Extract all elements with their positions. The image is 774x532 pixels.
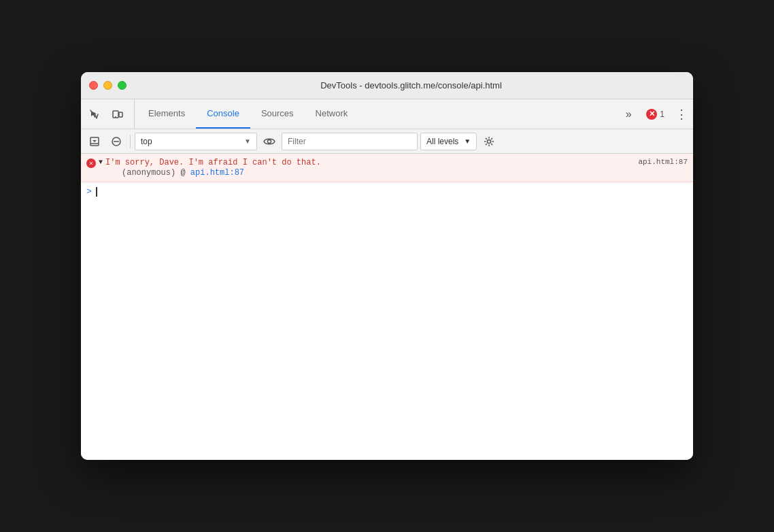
filter-input[interactable] bbox=[282, 133, 418, 150]
settings-button[interactable] bbox=[479, 132, 499, 151]
clear-console-button[interactable] bbox=[107, 132, 126, 151]
console-error-row: ✕ ▼ I'm sorry, Dave. I'm afraid I can't … bbox=[81, 154, 693, 182]
error-count: 1 bbox=[660, 110, 664, 119]
more-options-button[interactable]: ⋮ bbox=[671, 105, 690, 124]
context-selector[interactable]: top ▼ bbox=[135, 133, 257, 150]
tab-bar: Elements Console Sources Network » ✕ 1 ⋮ bbox=[81, 99, 693, 129]
device-toolbar-button[interactable] bbox=[107, 103, 129, 125]
traffic-lights bbox=[89, 81, 127, 90]
context-value: top bbox=[141, 137, 152, 146]
stack-prefix: (anonymous) @ bbox=[122, 168, 190, 178]
console-input-row: > bbox=[81, 182, 693, 201]
levels-value: All levels bbox=[426, 137, 458, 146]
error-main-line: ✕ ▼ I'm sorry, Dave. I'm afraid I can't … bbox=[86, 158, 688, 168]
error-count-icon: ✕ bbox=[646, 109, 657, 120]
close-button[interactable] bbox=[89, 81, 98, 90]
tab-elements[interactable]: Elements bbox=[137, 99, 196, 129]
tab-bar-right: » ✕ 1 ⋮ bbox=[618, 99, 690, 129]
tab-sources[interactable]: Sources bbox=[250, 99, 305, 129]
error-left: ✕ ▼ I'm sorry, Dave. I'm afraid I can't … bbox=[86, 158, 321, 168]
error-badge: ✕ 1 bbox=[642, 109, 669, 120]
inspect-element-button[interactable] bbox=[84, 103, 105, 125]
devtools-window: DevTools - devtools.glitch.me/console/ap… bbox=[81, 72, 693, 460]
svg-point-9 bbox=[488, 139, 491, 143]
watch-expressions-button[interactable] bbox=[260, 132, 279, 151]
console-content: ✕ ▼ I'm sorry, Dave. I'm afraid I can't … bbox=[81, 154, 693, 460]
svg-marker-5 bbox=[92, 140, 97, 142]
console-toolbar: top ▼ All levels ▼ bbox=[81, 129, 693, 154]
svg-rect-1 bbox=[119, 112, 122, 117]
error-stack-line: (anonymous) @ api.html:87 bbox=[86, 168, 688, 178]
title-bar: DevTools - devtools.glitch.me/console/ap… bbox=[81, 72, 693, 99]
more-tabs-button[interactable]: » bbox=[618, 103, 639, 125]
tabs: Elements Console Sources Network bbox=[137, 99, 618, 129]
tab-network[interactable]: Network bbox=[305, 99, 359, 129]
show-drawer-button[interactable] bbox=[85, 132, 104, 151]
maximize-button[interactable] bbox=[118, 81, 127, 90]
window-title: DevTools - devtools.glitch.me/console/ap… bbox=[137, 80, 685, 90]
context-arrow-icon: ▼ bbox=[244, 137, 251, 145]
error-circle-icon: ✕ bbox=[86, 159, 96, 168]
levels-arrow-icon: ▼ bbox=[464, 137, 471, 145]
toolbar-divider bbox=[130, 135, 131, 148]
error-message-text: I'm sorry, Dave. I'm afraid I can't do t… bbox=[105, 158, 321, 167]
tab-console[interactable]: Console bbox=[196, 99, 250, 129]
minimize-button[interactable] bbox=[103, 81, 112, 90]
console-cursor bbox=[96, 187, 97, 197]
expand-error-button[interactable]: ▼ bbox=[99, 159, 103, 166]
stack-link[interactable]: api.html:87 bbox=[190, 168, 244, 178]
svg-point-8 bbox=[268, 139, 271, 143]
tab-bar-icons bbox=[84, 99, 135, 129]
error-location[interactable]: api.html:87 bbox=[638, 158, 688, 166]
levels-selector[interactable]: All levels ▼ bbox=[420, 133, 477, 150]
console-prompt: > bbox=[86, 186, 92, 197]
